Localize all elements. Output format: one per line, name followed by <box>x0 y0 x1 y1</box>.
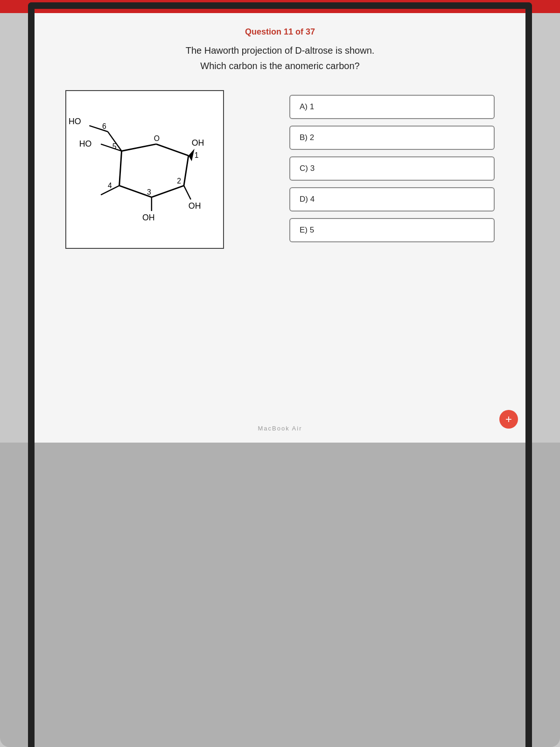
svg-text:3: 3 <box>147 188 151 196</box>
svg-line-5 <box>119 151 122 185</box>
svg-text:OH: OH <box>192 138 204 148</box>
question-header: Question 11 of 37 <box>56 27 504 37</box>
macbook-label: MacBook Air <box>258 425 302 432</box>
svg-text:2: 2 <box>177 177 181 185</box>
laptop-body: esc ✱ F1 ✱ F2 ⊟⊟ F3 🔍 F4 🎤 F5 <box>0 443 560 747</box>
answer-options: A) 1 B) 2 C) 3 D) 4 E) 5 <box>289 95 495 242</box>
svg-text:4: 4 <box>108 182 112 190</box>
haworth-diagram: OH 1 OH 2 OH 3 4 5 O <box>65 90 224 249</box>
svg-marker-6 <box>189 149 195 162</box>
svg-text:HO: HO <box>79 139 92 148</box>
svg-line-9 <box>184 186 191 200</box>
svg-line-3 <box>152 186 184 197</box>
answer-a[interactable]: A) 1 <box>289 95 495 119</box>
question-text: The Haworth projection of D-altrose is s… <box>56 45 504 56</box>
svg-text:1: 1 <box>195 151 199 159</box>
svg-text:OH: OH <box>189 201 201 211</box>
answer-b[interactable]: B) 2 <box>289 126 495 150</box>
answer-e[interactable]: E) 5 <box>289 218 495 242</box>
plus-button[interactable]: + <box>499 410 518 429</box>
answer-c[interactable]: C) 3 <box>289 156 495 181</box>
svg-line-0 <box>122 144 156 151</box>
svg-text:6: 6 <box>102 122 106 130</box>
svg-text:HO: HO <box>69 117 81 126</box>
top-bar <box>0 0 560 13</box>
svg-line-2 <box>184 155 189 185</box>
svg-text:O: O <box>154 134 160 142</box>
content-row: OH 1 OH 2 OH 3 4 5 O <box>56 90 504 249</box>
screen-area: Question 11 of 37 The Haworth projection… <box>28 13 532 443</box>
svg-text:OH: OH <box>142 213 155 222</box>
question-subtext: Which carbon is the anomeric carbon? <box>56 61 504 71</box>
svg-line-1 <box>156 144 189 156</box>
answer-d[interactable]: D) 4 <box>289 187 495 211</box>
